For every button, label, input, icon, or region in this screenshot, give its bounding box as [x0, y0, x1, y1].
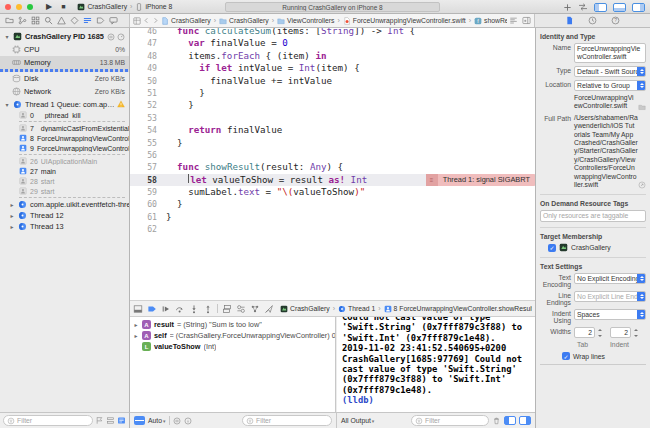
inspector-tab-file-inspector[interactable] — [565, 16, 574, 25]
jumpbar-crumb[interactable]: fshowResult(result:) — [474, 17, 507, 25]
disclosure-icon[interactable]: ▸ — [133, 321, 139, 328]
line-number[interactable]: 54 — [130, 124, 166, 136]
name-field[interactable]: ForceUnwrappingViewController.swift — [574, 43, 646, 63]
thread-row[interactable]: ▸Thread 13 — [0, 221, 129, 232]
continue-button[interactable] — [161, 304, 171, 314]
hide-debug-area-button[interactable] — [133, 304, 143, 314]
thread-row[interactable]: ▸Thread 12 — [0, 210, 129, 221]
line-number[interactable]: 53 — [130, 112, 166, 124]
navigator-tab-debug[interactable] — [83, 16, 92, 25]
close-window-icon[interactable] — [5, 4, 11, 10]
code-line[interactable]: 56 — [130, 149, 535, 161]
thread-row[interactable]: ▸com.apple.uikit.eventfetch-thread (8) — [0, 199, 129, 210]
step-into-button[interactable] — [189, 304, 199, 314]
stack-frame-row[interactable]: 9ForceUnwrappingViewController.calcul — [0, 143, 129, 153]
navigator-tab-issues[interactable] — [57, 16, 66, 25]
navigator-tab-reports[interactable] — [109, 16, 118, 25]
odr-tags-input[interactable]: Only resources are taggable — [540, 210, 646, 222]
step-out-button[interactable] — [203, 304, 213, 314]
toggle-debug-area-button[interactable] — [613, 3, 626, 12]
code-line[interactable]: 55 } — [130, 137, 535, 149]
code-line[interactable]: 59 sumLabel.text = "\(valueToShow)" — [130, 186, 535, 198]
variable-row[interactable]: ▸Aself= (CrashGallery.ForceUnwrappingVie… — [130, 330, 335, 341]
environment-overrides-button[interactable] — [236, 304, 246, 314]
indent-width-stepper[interactable]: 2 — [610, 327, 640, 338]
show-console-panel-icon[interactable] — [519, 416, 531, 425]
stack-frame-row[interactable]: 26UIApplicationMain — [0, 156, 129, 166]
navigator-tab-breakpoints[interactable] — [96, 16, 105, 25]
line-number[interactable]: 50 — [130, 75, 166, 87]
toggle-navigator-button[interactable] — [594, 3, 607, 12]
code-line[interactable]: 52 } — [130, 99, 535, 111]
inspector-tab-history-inspector[interactable] — [588, 16, 597, 25]
code-line[interactable]: 47 var finalValue = 0 — [130, 37, 535, 49]
variable-row[interactable]: LvalueToShow(Int) — [130, 341, 335, 352]
navigator-tab-tests[interactable] — [70, 16, 79, 25]
indent-using-dropdown[interactable]: Spaces — [574, 309, 646, 320]
step-over-button[interactable] — [175, 304, 185, 314]
line-number[interactable]: 48 — [130, 50, 166, 62]
line-number[interactable]: 49 — [130, 62, 166, 74]
code-line[interactable]: 61} — [130, 211, 535, 223]
code-line[interactable]: 46 func calculateSum(items: [String]) ->… — [130, 28, 535, 37]
jumpbar-crumb[interactable]: ForceUnwrappingViewController.swift — [343, 17, 466, 25]
line-number[interactable]: 56 — [130, 149, 166, 161]
error-annotation[interactable]: ≡Thread 1: signal SIGABRT — [426, 174, 535, 185]
code-line[interactable]: 50 finalValue += intValue — [130, 75, 535, 87]
jumpbar-crumb[interactable]: CrashGallery — [161, 17, 211, 25]
thread-group-row[interactable]: ▾Thread 1 Queue: com.ap…in-thread (seria… — [0, 98, 129, 110]
variables-filter-input[interactable]: Filter — [242, 415, 332, 426]
type-dropdown[interactable]: Default - Swift Source — [574, 66, 646, 77]
console-output[interactable]: Could not cast value of type'Swift.Strin… — [337, 317, 535, 412]
code-line[interactable]: 48 items.forEach { (item) in — [130, 50, 535, 62]
jumpbar-crumb[interactable]: ViewControllers — [277, 17, 334, 25]
stack-frame-row[interactable]: 0__pthread_kill — [0, 110, 129, 120]
memory-graph-button[interactable] — [250, 304, 260, 314]
source-editor[interactable]: 46 func calculateSum(items: [String]) ->… — [130, 28, 535, 300]
encoding-dropdown[interactable]: No Explicit Encoding — [574, 273, 646, 284]
line-number[interactable]: 55 — [130, 137, 166, 149]
show-variables-panel-icon[interactable] — [504, 416, 516, 425]
disclosure-icon[interactable]: ▸ — [133, 332, 139, 339]
stop-button[interactable]: ■ — [61, 0, 65, 14]
zoom-window-icon[interactable] — [27, 4, 33, 10]
navigator-tab-project[interactable] — [5, 16, 14, 25]
line-number[interactable]: 52 — [130, 99, 166, 111]
line-number[interactable]: 61 — [130, 211, 166, 223]
variable-row[interactable]: ▸Aresult= (String) "Sum is too low" — [130, 319, 335, 330]
jumpbar-crumb[interactable]: CrashGallery — [219, 17, 269, 25]
debug-crumb[interactable]: Thread 1 — [338, 305, 375, 313]
location-dropdown[interactable]: Relative to Group — [574, 80, 646, 91]
line-number[interactable]: 58 — [130, 174, 166, 186]
gauge-row-network[interactable]: NetworkZero KB/s — [0, 85, 129, 98]
line-number[interactable]: 47 — [130, 37, 166, 49]
gauge-row-memory[interactable]: Memory13.8 MB — [0, 56, 129, 69]
minimize-window-icon[interactable] — [16, 4, 22, 10]
inspector-tab-quick-help-inspector[interactable]: ? — [611, 16, 620, 25]
run-button[interactable]: ▶ — [46, 0, 52, 14]
simulate-location-button[interactable] — [264, 304, 274, 314]
target-checkbox[interactable]: ✓ — [548, 244, 556, 252]
console-filter-input[interactable]: Filter — [411, 415, 489, 426]
gauge-row-disk[interactable]: DiskZero KB/s — [0, 72, 129, 85]
line-number[interactable]: 59 — [130, 186, 166, 198]
code-line[interactable]: 57 func showResult(result: Any) { — [130, 161, 535, 173]
variables-scope-popup[interactable]: Auto ▾ — [148, 417, 166, 424]
code-line[interactable]: 58 let valueToShow = result as! Int≡Thre… — [130, 174, 535, 186]
navigator-tab-source-control[interactable] — [18, 16, 27, 25]
stack-frame-row[interactable]: 8ForceUnwrappingViewController.showR — [0, 133, 129, 143]
lineendings-dropdown[interactable]: No Explicit Line Endings — [574, 291, 646, 302]
navigator-filter-input[interactable]: Filter — [3, 415, 93, 426]
lldb-prompt[interactable]: (lldb) — [342, 395, 535, 405]
line-number[interactable]: 57 — [130, 161, 166, 173]
code-line[interactable]: 60 } — [130, 198, 535, 210]
debug-crumb[interactable]: CrashGallery — [280, 305, 330, 313]
stack-frame-row[interactable]: 29start — [0, 186, 129, 196]
stack-frame-row[interactable]: 27main — [0, 166, 129, 176]
line-number[interactable]: 60 — [130, 198, 166, 210]
code-line[interactable]: 53 — [130, 112, 535, 124]
code-line[interactable]: 49 if let intValue = Int(item) { — [130, 62, 535, 74]
stack-frame-row[interactable]: 7_dynamicCastFromExistential(swift: Op — [0, 123, 129, 133]
gauge-row-cpu[interactable]: CPU0% — [0, 43, 129, 56]
process-row[interactable]: ▾CrashGallery PID 1685 — [0, 30, 129, 43]
